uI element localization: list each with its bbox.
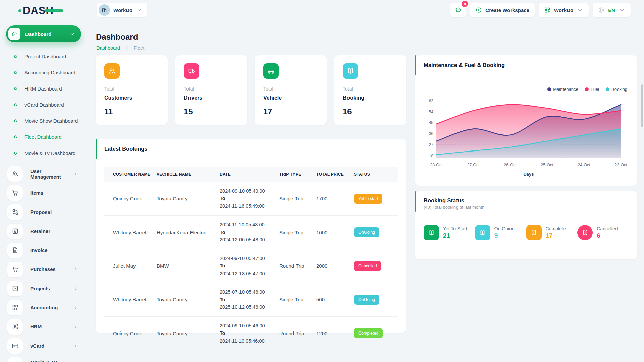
sidebar-item-invoice[interactable]: Invoice xyxy=(0,241,96,260)
sidebar-item-accounting-dashboard[interactable]: Accounting Dashboard xyxy=(0,64,96,80)
stat-label: Drivers xyxy=(184,95,238,101)
stat-card-booking: TotalBooking16 xyxy=(334,55,406,125)
sidebar-item-projects[interactable]: Projects xyxy=(0,279,96,298)
bullet-ring-icon xyxy=(13,135,18,139)
sidebar-item-dashboard[interactable]: Dashboard xyxy=(6,25,81,42)
cell-status: OnGoing xyxy=(351,216,398,249)
booking-status-value: 21 xyxy=(443,232,467,239)
sidebar-item-label: Project Dashboard xyxy=(24,54,66,59)
cell-date: 2024-09-10 05:47:00To2024-12-18 05:47:00 xyxy=(217,249,277,283)
cell-trip-type: Round Trip xyxy=(277,249,314,283)
table-row: Juliet MayBMW2024-09-10 05:47:00To2024-1… xyxy=(104,249,398,283)
booking-status-subtitle: (40) Total booking of last month xyxy=(424,205,484,210)
sidebar-item-fleet-dashboard[interactable]: Fleet Dashboard xyxy=(0,129,96,145)
breadcrumb-dashboard-link[interactable]: Dashboard xyxy=(96,45,120,51)
latest-bookings-title: Latest Bookings xyxy=(104,146,147,152)
workdo-menu-label: WorkDo xyxy=(554,7,573,13)
table-row: Whitney BarrettToyota Camry2025-07-10 05… xyxy=(104,283,398,316)
sidebar-item-label: Accounting Dashboard xyxy=(24,70,75,75)
logo-dot-icon xyxy=(18,9,21,12)
page-scrollbar[interactable] xyxy=(641,84,643,127)
sidebar-item-project-dashboard[interactable]: Project Dashboard xyxy=(0,48,96,64)
sidebar-item-label: Movie & Tv Dashboard xyxy=(24,150,75,156)
legend-item-maintenance[interactable]: Maintenance xyxy=(547,87,578,92)
legend-dot-icon xyxy=(585,87,589,91)
sidebar-item-proposal[interactable]: Proposal xyxy=(0,202,96,222)
retainer-icon xyxy=(7,224,23,239)
latest-bookings-card: Latest Bookings CUSTOMER NAMEVECHICLE NA… xyxy=(96,139,406,333)
stat-value: 17 xyxy=(263,107,318,116)
workdo-menu-button[interactable]: WorkDo xyxy=(539,3,589,17)
book-icon xyxy=(577,225,593,240)
chevron-right-icon xyxy=(73,344,78,348)
cell-date: 2024-09-10 05:46:00To2024-11-10 05:46:00 xyxy=(217,316,277,350)
booking-status-items: Yet To Start21On Going9Complete17Cancell… xyxy=(415,216,637,240)
workspace-name: WorkDo xyxy=(113,7,132,13)
sidebar-item-vcard[interactable]: vCard xyxy=(0,336,96,355)
cell-total-price: 1200 xyxy=(314,316,351,350)
grid-plus-icon xyxy=(544,7,551,13)
language-selector[interactable]: EN xyxy=(593,3,631,17)
svg-text:45: 45 xyxy=(429,120,434,125)
cell-vehicle: BMW xyxy=(154,249,217,283)
sidebar-item-label: User Management xyxy=(30,168,66,180)
cell-trip-type: Single Trip xyxy=(277,283,314,316)
svg-text:36: 36 xyxy=(429,131,434,136)
sidebar: Dashboard Project DashboardAccounting Da… xyxy=(0,25,96,362)
booking-status-value: 9 xyxy=(494,232,515,239)
bullet-ring-icon xyxy=(13,151,18,155)
sidebar-item-accounting[interactable]: Accounting xyxy=(0,298,96,317)
booking-status-value: 17 xyxy=(546,232,566,239)
chevron-right-icon xyxy=(73,305,78,310)
dash-logo[interactable]: DASH xyxy=(18,5,63,17)
card-icon xyxy=(7,338,23,354)
chart-legend: MaintenanceFuelBooking xyxy=(424,87,627,92)
sidebar-item-retainer[interactable]: Retainer xyxy=(0,222,96,241)
sidebar-item-movie-tv-studio[interactable]: Movie & TV Studio xyxy=(0,355,96,362)
topbar: DASH WorkDo 0 Create Workspace WorkDo EN xyxy=(0,0,644,20)
sidebar-item-purchases[interactable]: Purchases xyxy=(0,260,96,279)
chevron-right-icon xyxy=(123,45,130,51)
create-workspace-label: Create Workspace xyxy=(485,7,529,13)
column-header-date: DATE xyxy=(217,167,277,182)
svg-text:23-Oct: 23-Oct xyxy=(614,163,627,167)
book-icon xyxy=(475,225,490,240)
stat-card-drivers: TotalDrivers15 xyxy=(175,55,247,125)
create-workspace-button[interactable]: Create Workspace xyxy=(470,3,535,17)
chevron-right-icon xyxy=(73,172,78,176)
sidebar-item-hrm-dashboard[interactable]: HRM Dashboard xyxy=(0,80,96,97)
legend-item-fuel[interactable]: Fuel xyxy=(585,87,599,92)
cell-vehicle: Toyota Camry xyxy=(154,316,217,350)
cart-icon xyxy=(7,185,23,201)
status-badge: Yet to start xyxy=(354,194,382,204)
messages-button[interactable]: 0 xyxy=(450,3,466,17)
sidebar-item-label: Projects xyxy=(30,286,66,291)
chevron-down-icon xyxy=(577,7,583,13)
workspace-switcher[interactable]: WorkDo xyxy=(97,3,147,17)
sidebar-item-hrm[interactable]: HRM xyxy=(0,317,96,336)
sidebar-item-movie-tv-dashboard[interactable]: Movie & Tv Dashboard xyxy=(0,145,96,161)
stat-label: Customers xyxy=(104,95,159,101)
svg-text:18: 18 xyxy=(429,154,434,158)
language-code: EN xyxy=(608,7,615,13)
cell-customer: Quincy Cook xyxy=(104,316,154,350)
sidebar-item-items[interactable]: Items xyxy=(0,183,96,202)
sidebar-item-movie-show-dashboard[interactable]: Movie Show Dashboard xyxy=(0,113,96,129)
legend-item-booking[interactable]: Booking xyxy=(606,87,627,92)
bullet-ring-icon xyxy=(13,86,18,91)
svg-text:Days: Days xyxy=(523,172,534,177)
sidebar-item-label: HRM Dashboard xyxy=(24,86,62,92)
bullet-ring-icon xyxy=(13,70,18,75)
sidebar-item-label: Retainer xyxy=(30,228,96,234)
cell-date: 2025-07-10 05:46:00To2025-10-12 05:46:00 xyxy=(217,283,277,316)
svg-text:25-Oct: 25-Oct xyxy=(541,163,553,167)
chevron-right-icon xyxy=(73,267,78,272)
chart-title: Maintenance & Fuel & Booking xyxy=(424,62,505,68)
sidebar-item-user-management[interactable]: User Management xyxy=(0,164,96,183)
booking-status-on-going: On Going9 xyxy=(475,225,526,240)
svg-text:54: 54 xyxy=(429,110,434,114)
status-badge: Cancelled xyxy=(354,261,381,271)
sidebar-item-vcard-dashboard[interactable]: vCard Dashboard xyxy=(0,97,96,113)
sidebar-menu: User ManagementItemsProposalRetainerInvo… xyxy=(0,164,96,362)
messages-badge: 0 xyxy=(462,1,468,7)
